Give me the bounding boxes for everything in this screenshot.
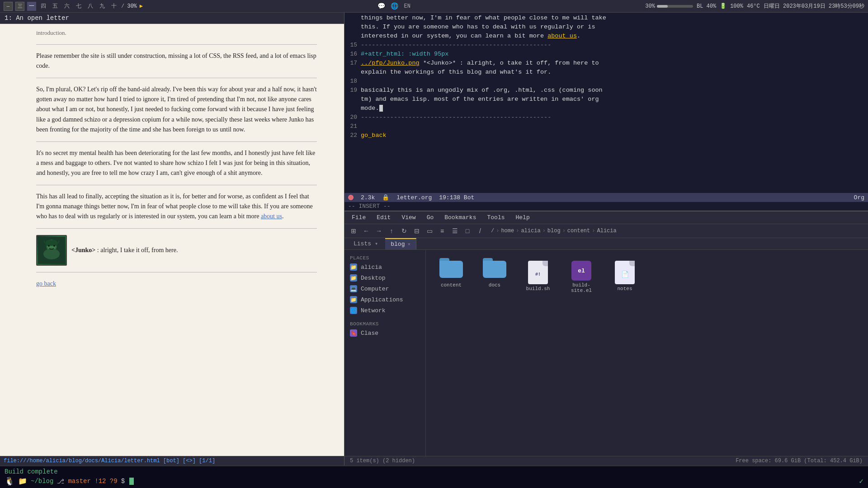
topbar-right: 30% BL 40% 🔋 100% 46°C 日曜日 2023年03月19日 2…: [645, 2, 864, 10]
text-cursor: [379, 105, 383, 112]
fm-tab-arrow[interactable]: ▾: [375, 240, 378, 247]
workspace-6[interactable]: 八: [86, 2, 95, 11]
workspace-2[interactable]: 四: [39, 2, 48, 11]
content-folder-icon: [439, 261, 463, 281]
fm-menu-bookmarks[interactable]: Bookmarks: [443, 213, 478, 222]
volume-track[interactable]: [657, 5, 693, 8]
fm-bc-content[interactable]: content: [567, 228, 590, 234]
pfp-link: ../pfp/Junko.png: [361, 60, 420, 66]
fm-sidebar-alicia[interactable]: 📁 alicia: [344, 262, 425, 272]
panel-title: 1: An open letter: [0, 13, 344, 24]
modeline-size: 2.3k: [361, 194, 375, 201]
fm-bc-home[interactable]: home: [501, 228, 514, 234]
fm-sidebar-applications[interactable]: 📁 Applications: [344, 294, 425, 305]
terminal-build-line: Build complete: [5, 468, 863, 475]
discord-icon[interactable]: 💬: [377, 2, 385, 10]
terminal-prompt-char: $: [121, 478, 125, 485]
datetime: 日曜日 2023年03月19日 23時53分09秒: [764, 2, 864, 10]
fm-statusbar: 5 item(s) (2 hidden) Free space: 69.6 Gi…: [344, 456, 868, 465]
fm-btn-back[interactable]: ←: [361, 225, 372, 236]
svg-point-3: [43, 249, 60, 259]
fm-btn-rect[interactable]: ▭: [424, 225, 435, 236]
go-back-link[interactable]: go back: [36, 280, 56, 287]
line-content: this. If you are someone who has to deal…: [361, 23, 866, 30]
emacs-modeline: 2.3k 🔒 letter.org 19:138 Bot Org: [344, 193, 868, 202]
fm-btn-bookmark[interactable]: □: [462, 225, 473, 236]
line-num: 17: [346, 60, 361, 66]
workspace-7[interactable]: 九: [98, 2, 107, 11]
folder-icon: 💻: [350, 285, 357, 292]
fm-tabs: Lists ▾ blog ×: [344, 238, 868, 250]
divider-1: [36, 44, 317, 45]
fm-menu-tools[interactable]: Tools: [485, 213, 506, 222]
fm-sidebar-item-label: Applications: [361, 296, 403, 303]
line-content: ../pfp/Junko.png *<Junko>* : alright, o …: [361, 60, 866, 66]
fm-btn-up[interactable]: ↑: [386, 225, 397, 236]
fm-menubar: File Edit View Go Bookmarks Tools Help: [344, 211, 868, 224]
fm-bc-blog[interactable]: blog: [547, 228, 561, 234]
fm-tab-lists-label[interactable]: Lists: [350, 239, 375, 249]
workspace-4[interactable]: 六: [62, 2, 71, 11]
fm-tab-close[interactable]: ×: [407, 242, 410, 247]
fm-btn-reload[interactable]: ↻: [399, 225, 410, 236]
line-content: #+attr_html: :width 95px: [361, 51, 866, 57]
browser-icon[interactable]: 🌐: [391, 2, 398, 10]
emacs-line: things better now, I'm in fear of what p…: [344, 14, 868, 23]
workspace-1[interactable]: 一: [27, 2, 36, 11]
fm-bc-alicia[interactable]: alicia: [521, 228, 540, 234]
line-num: 21: [346, 123, 361, 130]
workspace-3[interactable]: 五: [51, 2, 60, 11]
right-panel: things better now, I'm in fear of what p…: [344, 13, 868, 465]
terminal-prompt-line: 🐧 📁 ~/blog ⎇ master !12 ?9 $ ✓: [5, 476, 863, 486]
wm-button-tile[interactable]: 三: [15, 2, 24, 11]
fm-menu-file[interactable]: File: [350, 213, 368, 222]
fm-file-grid: content docs: [433, 257, 861, 297]
fm-tab-blog[interactable]: blog ×: [385, 238, 416, 249]
fm-btn-list[interactable]: ≡: [437, 225, 448, 236]
emacs-insert-bar: -- INSERT --: [344, 202, 868, 211]
fm-menu-help[interactable]: Help: [514, 213, 532, 222]
fm-item-docs[interactable]: docs: [476, 257, 513, 297]
workspace-5[interactable]: 七: [74, 2, 83, 11]
terminal-bar: Build complete 🐧 📁 ~/blog ⎇ master !12 ?…: [0, 465, 868, 488]
emacs-area: things better now, I'm in fear of what p…: [344, 13, 868, 211]
workspace-8[interactable]: 十: [109, 2, 118, 11]
fm-sidebar-desktop[interactable]: 📁 Desktop: [344, 272, 425, 283]
about-us-link[interactable]: about us: [261, 213, 282, 220]
build-text: Build complete: [5, 468, 58, 475]
paragraph-1: Please remember the site is still under …: [36, 51, 317, 71]
folder-icon: 📁: [350, 274, 357, 282]
fm-btn-grid2[interactable]: ⊟: [411, 225, 422, 236]
wm-zoom: 30%: [127, 3, 137, 9]
svg-point-4: [48, 245, 50, 247]
fm-sidebar-computer[interactable]: 💻 Computer: [344, 283, 425, 294]
fm-body: Places 📁 alicia 📁 Desktop 💻 Computer: [344, 250, 868, 456]
fm-item-buildsh[interactable]: #! build.sh: [520, 257, 556, 297]
about-us-emacs-link: about us: [547, 33, 577, 39]
fm-btn-grid[interactable]: ⊞: [348, 225, 359, 236]
fm-btn-forward[interactable]: →: [373, 225, 384, 236]
fm-item-content[interactable]: content: [433, 257, 469, 297]
fm-menu-edit[interactable]: Edit: [375, 213, 392, 222]
line-num: 20: [346, 114, 361, 121]
fm-bc-alicia2[interactable]: Alicia: [597, 228, 616, 234]
volume-control[interactable]: 30%: [645, 3, 693, 9]
wm-button-minimize[interactable]: —: [4, 2, 13, 11]
line-num: 18: [346, 78, 361, 84]
fm-sidebar-network[interactable]: 🌐 Network: [344, 305, 425, 316]
fm-menu-view[interactable]: View: [400, 213, 417, 222]
fm-menu-go[interactable]: Go: [425, 213, 436, 222]
fm-sidebar-clase[interactable]: 🔖 Clase: [344, 328, 425, 338]
fm-bc-root[interactable]: /: [491, 228, 494, 234]
emacs-line: 16 #+attr_html: :width 95px: [344, 51, 868, 60]
fm-item-buildel[interactable]: el build-site.el: [563, 257, 599, 297]
fm-item-notes[interactable]: 📄 notes: [607, 257, 643, 297]
fm-btn-list2[interactable]: ☰: [449, 225, 460, 236]
paragraph-3: It's no secret my mental health has been…: [36, 148, 317, 178]
line-content: ----------------------------------------…: [361, 114, 866, 121]
topbar-center: 💬 🌐 EN: [377, 2, 410, 10]
terminal-git-branch: master !12 ?9: [68, 478, 117, 485]
left-panel: 1: An open letter introduction. Please r…: [0, 13, 344, 465]
docs-folder-icon: [483, 261, 506, 281]
fm-btn-search[interactable]: /: [475, 225, 486, 236]
